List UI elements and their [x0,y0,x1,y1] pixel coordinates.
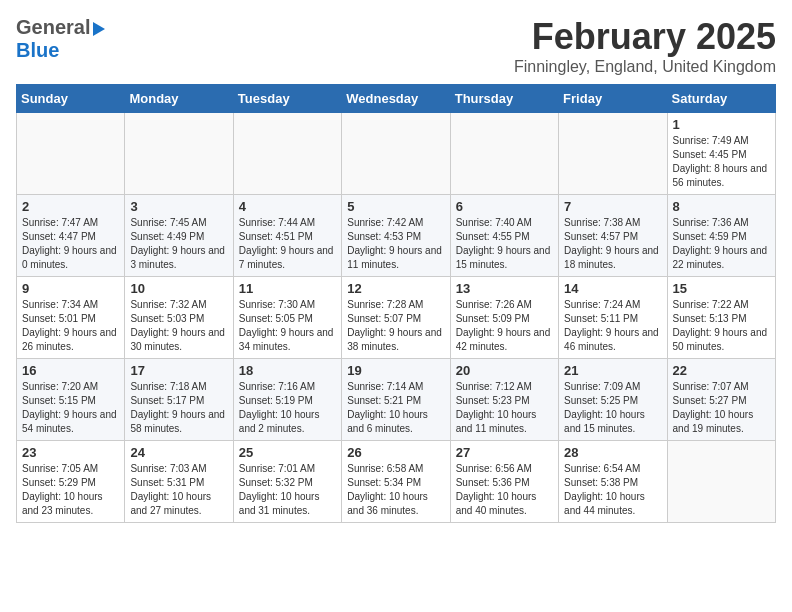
calendar-cell: 19Sunrise: 7:14 AM Sunset: 5:21 PM Dayli… [342,359,450,441]
calendar-cell [559,113,667,195]
calendar-week-row: 9Sunrise: 7:34 AM Sunset: 5:01 PM Daylig… [17,277,776,359]
calendar-cell: 11Sunrise: 7:30 AM Sunset: 5:05 PM Dayli… [233,277,341,359]
calendar-week-row: 2Sunrise: 7:47 AM Sunset: 4:47 PM Daylig… [17,195,776,277]
day-number: 18 [239,363,336,378]
day-info: Sunrise: 7:38 AM Sunset: 4:57 PM Dayligh… [564,216,661,272]
calendar-cell [342,113,450,195]
weekday-header: Saturday [667,85,775,113]
day-number: 2 [22,199,119,214]
calendar-week-row: 1Sunrise: 7:49 AM Sunset: 4:45 PM Daylig… [17,113,776,195]
day-info: Sunrise: 7:05 AM Sunset: 5:29 PM Dayligh… [22,462,119,518]
day-info: Sunrise: 7:24 AM Sunset: 5:11 PM Dayligh… [564,298,661,354]
day-info: Sunrise: 7:09 AM Sunset: 5:25 PM Dayligh… [564,380,661,436]
calendar-cell: 21Sunrise: 7:09 AM Sunset: 5:25 PM Dayli… [559,359,667,441]
day-number: 21 [564,363,661,378]
day-number: 4 [239,199,336,214]
day-info: Sunrise: 7:30 AM Sunset: 5:05 PM Dayligh… [239,298,336,354]
calendar-cell: 23Sunrise: 7:05 AM Sunset: 5:29 PM Dayli… [17,441,125,523]
day-number: 23 [22,445,119,460]
day-number: 7 [564,199,661,214]
calendar-cell [450,113,558,195]
day-number: 25 [239,445,336,460]
calendar-cell: 14Sunrise: 7:24 AM Sunset: 5:11 PM Dayli… [559,277,667,359]
day-number: 1 [673,117,770,132]
day-number: 6 [456,199,553,214]
day-number: 20 [456,363,553,378]
day-number: 26 [347,445,444,460]
day-info: Sunrise: 6:58 AM Sunset: 5:34 PM Dayligh… [347,462,444,518]
day-info: Sunrise: 7:26 AM Sunset: 5:09 PM Dayligh… [456,298,553,354]
calendar-cell: 12Sunrise: 7:28 AM Sunset: 5:07 PM Dayli… [342,277,450,359]
calendar-cell: 5Sunrise: 7:42 AM Sunset: 4:53 PM Daylig… [342,195,450,277]
calendar-cell: 6Sunrise: 7:40 AM Sunset: 4:55 PM Daylig… [450,195,558,277]
day-info: Sunrise: 7:14 AM Sunset: 5:21 PM Dayligh… [347,380,444,436]
day-number: 17 [130,363,227,378]
day-info: Sunrise: 7:45 AM Sunset: 4:49 PM Dayligh… [130,216,227,272]
calendar-cell: 4Sunrise: 7:44 AM Sunset: 4:51 PM Daylig… [233,195,341,277]
day-info: Sunrise: 6:56 AM Sunset: 5:36 PM Dayligh… [456,462,553,518]
calendar-cell: 28Sunrise: 6:54 AM Sunset: 5:38 PM Dayli… [559,441,667,523]
calendar-cell: 16Sunrise: 7:20 AM Sunset: 5:15 PM Dayli… [17,359,125,441]
day-number: 15 [673,281,770,296]
calendar-cell: 18Sunrise: 7:16 AM Sunset: 5:19 PM Dayli… [233,359,341,441]
day-number: 9 [22,281,119,296]
weekday-header: Monday [125,85,233,113]
calendar-cell: 3Sunrise: 7:45 AM Sunset: 4:49 PM Daylig… [125,195,233,277]
day-info: Sunrise: 7:42 AM Sunset: 4:53 PM Dayligh… [347,216,444,272]
logo-general-text: General [16,16,90,39]
day-number: 22 [673,363,770,378]
day-info: Sunrise: 7:07 AM Sunset: 5:27 PM Dayligh… [673,380,770,436]
calendar-week-row: 23Sunrise: 7:05 AM Sunset: 5:29 PM Dayli… [17,441,776,523]
calendar-cell: 22Sunrise: 7:07 AM Sunset: 5:27 PM Dayli… [667,359,775,441]
day-number: 14 [564,281,661,296]
title-block: February 2025 Finningley, England, Unite… [514,16,776,76]
day-number: 8 [673,199,770,214]
day-info: Sunrise: 7:44 AM Sunset: 4:51 PM Dayligh… [239,216,336,272]
day-info: Sunrise: 7:12 AM Sunset: 5:23 PM Dayligh… [456,380,553,436]
calendar-header-row: SundayMondayTuesdayWednesdayThursdayFrid… [17,85,776,113]
logo-arrow-icon [93,22,105,36]
day-number: 13 [456,281,553,296]
page-header: General Blue February 2025 Finningley, E… [16,16,776,76]
day-info: Sunrise: 7:28 AM Sunset: 5:07 PM Dayligh… [347,298,444,354]
calendar-cell: 1Sunrise: 7:49 AM Sunset: 4:45 PM Daylig… [667,113,775,195]
day-number: 27 [456,445,553,460]
calendar-cell [17,113,125,195]
calendar-table: SundayMondayTuesdayWednesdayThursdayFrid… [16,84,776,523]
weekday-header: Thursday [450,85,558,113]
calendar-cell: 8Sunrise: 7:36 AM Sunset: 4:59 PM Daylig… [667,195,775,277]
calendar-cell: 26Sunrise: 6:58 AM Sunset: 5:34 PM Dayli… [342,441,450,523]
logo: General Blue [16,16,105,62]
calendar-cell: 9Sunrise: 7:34 AM Sunset: 5:01 PM Daylig… [17,277,125,359]
day-info: Sunrise: 6:54 AM Sunset: 5:38 PM Dayligh… [564,462,661,518]
day-info: Sunrise: 7:20 AM Sunset: 5:15 PM Dayligh… [22,380,119,436]
day-info: Sunrise: 7:34 AM Sunset: 5:01 PM Dayligh… [22,298,119,354]
month-title: February 2025 [514,16,776,58]
calendar-cell: 7Sunrise: 7:38 AM Sunset: 4:57 PM Daylig… [559,195,667,277]
logo-blue-text: Blue [16,39,59,62]
day-info: Sunrise: 7:18 AM Sunset: 5:17 PM Dayligh… [130,380,227,436]
day-info: Sunrise: 7:49 AM Sunset: 4:45 PM Dayligh… [673,134,770,190]
weekday-header: Sunday [17,85,125,113]
day-number: 12 [347,281,444,296]
day-info: Sunrise: 7:47 AM Sunset: 4:47 PM Dayligh… [22,216,119,272]
calendar-cell: 24Sunrise: 7:03 AM Sunset: 5:31 PM Dayli… [125,441,233,523]
calendar-cell [667,441,775,523]
day-info: Sunrise: 7:16 AM Sunset: 5:19 PM Dayligh… [239,380,336,436]
calendar-cell: 27Sunrise: 6:56 AM Sunset: 5:36 PM Dayli… [450,441,558,523]
day-info: Sunrise: 7:03 AM Sunset: 5:31 PM Dayligh… [130,462,227,518]
day-number: 10 [130,281,227,296]
day-number: 16 [22,363,119,378]
day-number: 3 [130,199,227,214]
day-number: 28 [564,445,661,460]
calendar-cell [125,113,233,195]
calendar-cell: 13Sunrise: 7:26 AM Sunset: 5:09 PM Dayli… [450,277,558,359]
calendar-cell: 25Sunrise: 7:01 AM Sunset: 5:32 PM Dayli… [233,441,341,523]
day-info: Sunrise: 7:40 AM Sunset: 4:55 PM Dayligh… [456,216,553,272]
day-info: Sunrise: 7:22 AM Sunset: 5:13 PM Dayligh… [673,298,770,354]
calendar-cell [233,113,341,195]
day-number: 19 [347,363,444,378]
calendar-cell: 17Sunrise: 7:18 AM Sunset: 5:17 PM Dayli… [125,359,233,441]
day-info: Sunrise: 7:36 AM Sunset: 4:59 PM Dayligh… [673,216,770,272]
day-info: Sunrise: 7:01 AM Sunset: 5:32 PM Dayligh… [239,462,336,518]
